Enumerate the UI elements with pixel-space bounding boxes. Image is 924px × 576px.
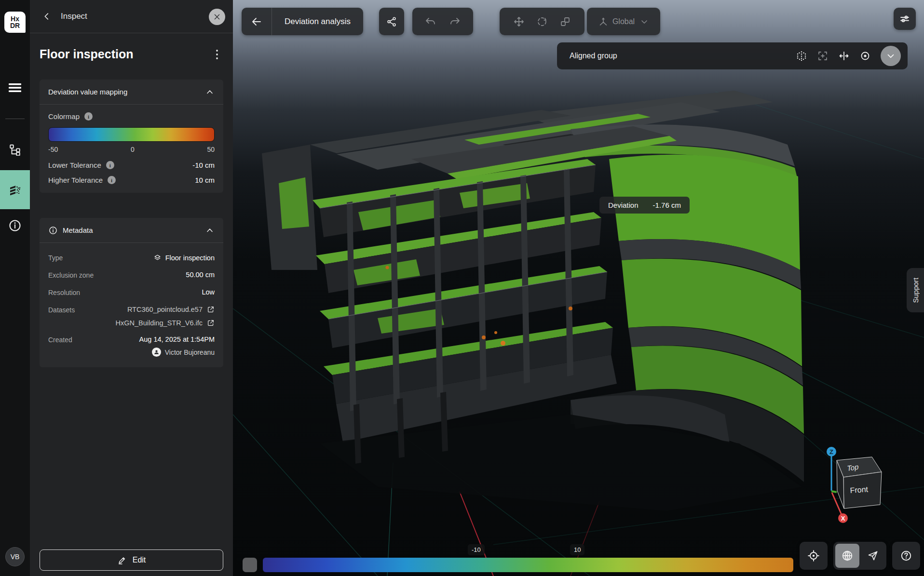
- analysis-toolbar-group: Deviation analysis: [242, 8, 363, 35]
- dataset-link[interactable]: RTC360_pointcloud.e57: [83, 306, 215, 313]
- deviation-mapping-title: Deviation value mapping: [48, 88, 127, 96]
- tree-hierarchy-icon: [9, 143, 21, 156]
- focus-selection-button[interactable]: [817, 50, 829, 62]
- split-compare-icon: [838, 50, 850, 62]
- close-icon: [213, 13, 221, 21]
- higher-tolerance-value: 10 cm: [195, 176, 215, 184]
- navigation-cube[interactable]: Top Front Z X: [816, 441, 918, 537]
- view-settings-button[interactable]: [894, 8, 916, 30]
- sidebar-item-inspect-active[interactable]: [0, 170, 30, 209]
- sidebar-item-hierarchy[interactable]: [0, 141, 30, 158]
- exclusion-zone-label: Exclusion zone: [48, 271, 94, 279]
- support-tab[interactable]: Support: [907, 268, 924, 312]
- lower-tolerance-label: Lower Tolerance: [48, 161, 101, 169]
- undo-button[interactable]: [425, 16, 436, 27]
- metadata-card-header[interactable]: Metadata: [40, 218, 223, 243]
- locate-crosshair-icon: [807, 549, 820, 562]
- scale-max-badge: 10: [570, 544, 584, 555]
- app-window: Deviation analysis: [0, 0, 924, 576]
- chevron-up-icon: [205, 226, 215, 235]
- rotate-tool-button[interactable]: [536, 16, 548, 27]
- scale-tool-button[interactable]: [559, 16, 571, 27]
- edit-button-label: Edit: [133, 556, 146, 564]
- exclusion-zone-value: 50.00 cm: [186, 271, 215, 279]
- main-menu-button[interactable]: [0, 80, 30, 96]
- panel-close-button[interactable]: [209, 9, 225, 25]
- map-tools-group: [833, 542, 886, 570]
- colormap-scale-labels: -50 0 50: [48, 146, 215, 153]
- user-avatar[interactable]: VB: [5, 547, 25, 566]
- redo-button[interactable]: [449, 16, 461, 27]
- external-link-icon: [207, 306, 215, 313]
- coordinate-system-dropdown[interactable]: Global: [587, 8, 660, 35]
- building-model-3d: [262, 91, 804, 511]
- metadata-title: Metadata: [63, 226, 93, 234]
- created-by-row: Victor Bujoreanu: [139, 348, 215, 357]
- hamburger-menu-icon: [8, 82, 22, 94]
- split-compare-button[interactable]: [838, 50, 850, 62]
- deviation-mapping-card: Deviation value mapping Colormap i -50 0…: [40, 80, 223, 193]
- chevron-up-icon: [205, 87, 215, 97]
- deviation-tooltip: Deviation -1.76 cm: [599, 197, 690, 214]
- nav-cube-front-label: Front: [850, 485, 869, 495]
- colormap-gradient[interactable]: [48, 127, 215, 142]
- colormap-info-icon[interactable]: i: [84, 112, 93, 121]
- higher-tolerance-label: Higher Tolerance: [48, 176, 103, 184]
- target-visibility-button[interactable]: [859, 50, 871, 62]
- panel-header-title: Inspect: [61, 12, 87, 21]
- deviation-inspect-icon: [8, 183, 22, 197]
- logo-text-bottom: DR: [10, 22, 20, 29]
- lower-tolerance-info-icon[interactable]: i: [106, 161, 114, 169]
- collapse-group-button[interactable]: [881, 46, 901, 66]
- globe-icon: [841, 549, 854, 562]
- resolution-label: Resolution: [48, 288, 80, 296]
- type-value: Floor inspection: [165, 254, 215, 262]
- locate-button[interactable]: [800, 542, 828, 570]
- edit-button[interactable]: Edit: [40, 549, 223, 571]
- deviation-mapping-card-header[interactable]: Deviation value mapping: [40, 80, 223, 105]
- support-tab-label: Support: [911, 278, 920, 303]
- type-label: Type: [48, 254, 63, 262]
- created-label: Created: [48, 335, 72, 344]
- coordinate-system-label: Global: [612, 17, 635, 26]
- user-initials: VB: [11, 553, 20, 561]
- dataset-file-name: RTC360_pointcloud.e57: [127, 306, 203, 313]
- hxdr-logo[interactable]: Hx DR: [4, 12, 26, 33]
- external-link-icon: [207, 319, 215, 327]
- info-icon: [8, 219, 22, 232]
- created-value: Aug 14, 2025 at 1:54PM: [139, 335, 215, 343]
- viewport-3d[interactable]: Deviation analysis: [233, 0, 924, 576]
- back-button[interactable]: [242, 8, 272, 35]
- higher-tolerance-info-icon[interactable]: i: [108, 176, 116, 184]
- sliders-icon: [899, 13, 910, 25]
- sidebar-item-info[interactable]: [0, 217, 30, 234]
- target-icon: [859, 50, 871, 62]
- redo-icon: [449, 16, 461, 27]
- navigate-button[interactable]: [859, 542, 886, 570]
- move-tool-button[interactable]: [513, 16, 525, 27]
- move-icon: [513, 16, 525, 27]
- share-button[interactable]: [379, 8, 404, 35]
- point-cloud-icon: [796, 50, 807, 62]
- deviation-scale-bar[interactable]: [263, 558, 793, 572]
- send-icon: [867, 550, 879, 562]
- aligned-group-title: Aligned group: [570, 52, 796, 60]
- point-cloud-toggle-button[interactable]: [796, 50, 807, 62]
- lower-tolerance-value: -10 cm: [192, 161, 215, 169]
- back-arrow-icon: [251, 16, 262, 27]
- chevron-down-icon: [639, 17, 649, 27]
- help-button[interactable]: [892, 542, 920, 570]
- dataset-link[interactable]: HxGN_Building_STR_V6.ifc: [83, 319, 215, 327]
- panel-back-button[interactable]: [40, 9, 54, 24]
- deviation-tooltip-label: Deviation: [608, 201, 639, 209]
- page-title: Floor inspection: [40, 47, 133, 61]
- logo-text-top: Hx: [11, 15, 19, 22]
- globe-view-button[interactable]: [835, 544, 859, 568]
- analysis-title: Deviation analysis: [272, 17, 363, 27]
- history-toolbar-group: [412, 8, 473, 35]
- nav-cube-z-axis-label: Z: [829, 448, 833, 455]
- axis-icon: [598, 16, 609, 27]
- more-options-button[interactable]: [211, 48, 223, 61]
- resolution-value: Low: [202, 288, 215, 296]
- scale-toggle-button[interactable]: [243, 558, 257, 572]
